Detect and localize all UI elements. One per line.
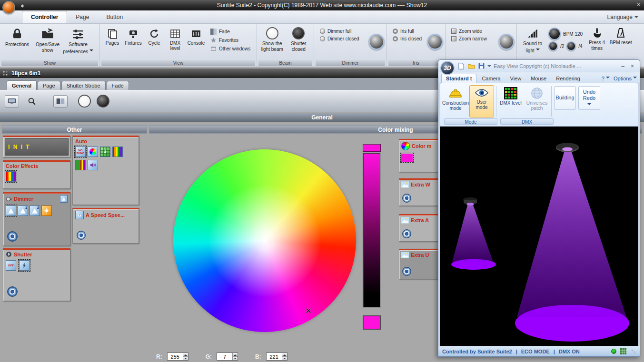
easyview-tab-camera[interactable]: Camera xyxy=(477,74,505,83)
magenta-preset-swatch[interactable] xyxy=(401,154,413,162)
easyview-3d-viewport[interactable] xyxy=(440,127,638,346)
tab-general[interactable]: General xyxy=(7,80,37,90)
init-button[interactable]: I N I T xyxy=(5,138,69,156)
tab-page2[interactable]: Page xyxy=(38,81,60,90)
toolbar-chevron-icon[interactable] xyxy=(487,65,491,69)
easyview-3d-logo-button[interactable]: 3D xyxy=(440,61,455,75)
iris-knob[interactable] xyxy=(427,34,443,50)
pages-button[interactable]: Pages xyxy=(102,25,123,59)
shutter-lightning-icon[interactable] xyxy=(19,260,30,271)
spin-up-icon[interactable] xyxy=(233,353,238,357)
open-folder-icon[interactable] xyxy=(467,62,475,70)
dimmer-corner-icon[interactable] xyxy=(60,195,68,203)
easyview-dmx-level-button[interactable]: DMX level xyxy=(498,85,523,117)
open-save-show-button[interactable]: Open/Save show xyxy=(32,25,63,59)
g-spinner[interactable] xyxy=(217,352,238,361)
fixtures-button[interactable]: Fixtures xyxy=(123,25,144,59)
iris-full-option[interactable]: Iris full xyxy=(393,29,425,34)
beam-open-circle-button[interactable] xyxy=(78,95,91,108)
dimmer-preset-2-icon[interactable]: 2 xyxy=(30,205,40,216)
dimmer-knob[interactable] xyxy=(368,34,385,50)
beam-closed-circle-button[interactable] xyxy=(97,95,109,108)
zoom-wide-option[interactable]: Zoom wide xyxy=(451,29,496,34)
resize-grip[interactable] xyxy=(631,349,636,354)
tab-button[interactable]: Button xyxy=(98,11,131,23)
extra-u-dial[interactable] xyxy=(402,267,411,276)
app-logo-button[interactable] xyxy=(2,1,15,14)
tab-shutter-strobe[interactable]: Shutter Strobe xyxy=(61,81,106,90)
speed-dial[interactable] xyxy=(77,231,86,240)
minimize-button[interactable]: – xyxy=(626,1,629,8)
press-4-times-button[interactable]: Press 4 times xyxy=(585,25,609,59)
dimmer-full-option[interactable]: Dimmer full xyxy=(320,29,367,34)
bpm-reset-button[interactable]: BPM reset xyxy=(609,25,632,59)
speaker-icon[interactable] xyxy=(88,160,98,170)
shutter-closed-button[interactable]: Shutter closed xyxy=(286,25,312,59)
color-dial-icon[interactable] xyxy=(88,147,98,157)
language-menu[interactable]: Language xyxy=(607,14,638,20)
shutter-dial[interactable] xyxy=(7,286,18,297)
other-windows-option[interactable]: Other windows xyxy=(210,46,250,52)
cycle-button[interactable]: Cycle xyxy=(144,25,165,59)
g-input[interactable] xyxy=(217,353,232,360)
construction-mode-button[interactable]: Construction mode xyxy=(443,85,468,117)
zoom-knob[interactable] xyxy=(498,34,515,50)
dimmer-closed-option[interactable]: Dimmer closed xyxy=(320,36,367,41)
bpm-knob[interactable] xyxy=(548,28,561,40)
green-rainbow-icon[interactable] xyxy=(75,160,86,170)
user-mode-button[interactable]: User mode xyxy=(469,85,494,117)
spin-down-icon[interactable] xyxy=(282,357,287,360)
dimmer-preset-full-icon[interactable] xyxy=(6,205,16,216)
easyview-titlebar[interactable]: 3D Easy View Copyright (c) Nicolaudie ..… xyxy=(438,60,640,72)
dimmer-dial[interactable] xyxy=(7,231,18,242)
console-button[interactable]: Console xyxy=(186,25,207,59)
dmx-level-button[interactable]: DMX level xyxy=(165,25,186,59)
protections-button[interactable]: Protections xyxy=(2,25,32,59)
easyview-options-menu[interactable]: Options xyxy=(614,75,637,81)
quick-access-toolbar-icon[interactable] xyxy=(20,2,25,8)
r-input[interactable] xyxy=(168,353,183,360)
sound-to-light-button[interactable]: Sound to light xyxy=(519,25,546,59)
easyview-minimize-button[interactable]: – xyxy=(619,63,626,69)
save-icon[interactable] xyxy=(477,62,485,70)
r-spinner[interactable] xyxy=(167,352,188,361)
shutter-off-icon[interactable]: OFF xyxy=(6,260,16,271)
compression-view-button[interactable] xyxy=(5,95,19,108)
easyview-tab-rendering[interactable]: Rendering xyxy=(552,74,585,83)
value-slider-track[interactable] xyxy=(363,153,381,308)
undo-redo-button[interactable]: Undo Redo xyxy=(578,86,600,110)
easyview-help-button[interactable]: ? xyxy=(602,75,610,81)
close-button[interactable]: × xyxy=(637,1,640,8)
color-wheel-cursor[interactable] xyxy=(306,308,311,313)
spin-up-icon[interactable] xyxy=(282,353,287,357)
easyview-tab-mouse[interactable]: Mouse xyxy=(526,74,551,83)
easyview-close-button[interactable]: × xyxy=(629,63,636,69)
dimmer-preset-flash-icon[interactable] xyxy=(41,205,52,216)
split-view-button[interactable] xyxy=(53,95,68,108)
spin-down-icon[interactable] xyxy=(233,357,238,360)
zoom-narrow-option[interactable]: Zoom narrow xyxy=(451,36,496,41)
favorites-option[interactable]: Favorites xyxy=(210,37,250,43)
easyview-tab-view[interactable]: View xyxy=(506,74,526,83)
extra-w-dial[interactable] xyxy=(402,194,411,203)
new-document-icon[interactable] xyxy=(457,62,465,70)
software-preferences-button[interactable]: Software preferences xyxy=(63,25,93,59)
dimmer-preset-1-icon[interactable]: 1 xyxy=(18,205,28,216)
color-wheel-mini-icon[interactable] xyxy=(401,142,410,150)
no-func-icon[interactable]: NO FUNC xyxy=(75,147,86,157)
spin-down-icon[interactable] xyxy=(183,357,188,360)
green-scroll-icon[interactable] xyxy=(100,147,110,157)
rainbow-gradient-icon[interactable] xyxy=(112,147,123,157)
tab-page[interactable]: Page xyxy=(67,11,98,23)
color-effects-icon[interactable] xyxy=(6,171,16,182)
extra-a-dial[interactable] xyxy=(402,229,411,238)
b-input[interactable] xyxy=(267,353,282,360)
iris-closed-option[interactable]: Iris closed xyxy=(393,36,425,41)
bpm-div2-knob[interactable] xyxy=(548,41,558,51)
tab-controller[interactable]: Controller xyxy=(22,11,67,23)
speed-icon[interactable] xyxy=(75,211,84,219)
value-slider-handle[interactable] xyxy=(363,144,381,152)
b-spinner[interactable] xyxy=(266,352,287,361)
bpm-div4-knob[interactable] xyxy=(566,41,576,51)
color-wheel[interactable] xyxy=(173,149,356,332)
